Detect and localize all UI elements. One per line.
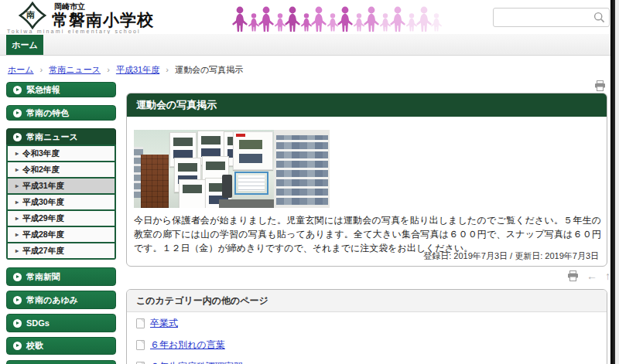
nav-home-tab[interactable]: ホーム xyxy=(6,35,43,55)
school-name-english: Tokiwa minami elementary school xyxy=(7,29,141,34)
category-link-cooking-practice[interactable]: ６年生家庭科調理実習 xyxy=(150,360,243,364)
circle-arrow-icon xyxy=(13,109,22,117)
category-box-title: このカテゴリー内の他のページ xyxy=(127,290,607,312)
sidebar-item-label: SDGs xyxy=(26,318,50,328)
search-box xyxy=(493,8,610,27)
photo-grid-panel xyxy=(274,130,330,208)
page: 南 岡崎市立 常磐南小学校 Tokiwa minami elementary s… xyxy=(0,0,619,364)
sidebar-item-label: 校歌 xyxy=(26,340,43,352)
group-photo xyxy=(239,154,262,163)
page-document-icon xyxy=(136,362,145,364)
site-header: 南 岡崎市立 常磐南小学校 Tokiwa minami elementary s… xyxy=(0,0,610,34)
triangle-bullet-icon: ▸ xyxy=(15,182,19,189)
year-label: 平成31年度 xyxy=(22,181,64,192)
list-item: 卒業式 xyxy=(127,312,607,334)
photo-blue-notice xyxy=(234,172,268,195)
sidebar-item-sdgs[interactable]: SDGs xyxy=(6,314,116,332)
breadcrumb-separator-icon: › xyxy=(166,65,169,74)
photo-sheet xyxy=(179,179,206,208)
page-document-icon xyxy=(136,318,145,328)
circle-arrow-icon xyxy=(13,342,22,350)
article-body-text: 今日から保護者会が始まりました。児童玄関には運動会の写真を貼り出しましたのでご覧… xyxy=(134,213,601,255)
list-item: ６年お別れの言葉 xyxy=(127,334,607,355)
breadcrumb-current-page: 運動会の写真掲示 xyxy=(175,65,243,74)
price-mark xyxy=(236,134,245,137)
sports-day-photo-wall-image xyxy=(134,130,330,208)
photo-price-poster xyxy=(233,131,273,170)
sidebar-news-year-list: ▸令和3年度 ▸令和2年度 ▸平成31年度 ▸平成30年度 ▸平成29年度 ▸平… xyxy=(6,145,116,260)
sidebar-year-heisei31-active[interactable]: ▸平成31年度 xyxy=(8,179,115,193)
breadcrumb: ホーム › 常南ニュース › 平成31年度 › 運動会の写真掲示 xyxy=(8,64,243,76)
list-item: ６年生家庭科調理実習 xyxy=(127,355,607,364)
triangle-bullet-icon: ▸ xyxy=(15,231,19,238)
sidebar-year-heisei30[interactable]: ▸平成30年度 xyxy=(8,195,115,209)
school-name: 常磐南小学校 xyxy=(52,9,154,31)
search-icon[interactable] xyxy=(593,12,605,23)
triangle-bullet-icon: ▸ xyxy=(15,215,19,222)
circle-arrow-icon xyxy=(13,296,22,304)
year-label: 平成27年度 xyxy=(22,246,64,257)
back-arrow-icon[interactable]: ← xyxy=(587,270,597,281)
sidebar-item-label: 常南新聞 xyxy=(26,271,60,283)
sidebar-year-heisei28[interactable]: ▸平成28年度 xyxy=(8,227,115,242)
photo-door xyxy=(141,155,169,208)
breadcrumb-year[interactable]: 平成31年度 xyxy=(116,65,159,74)
year-label: 平成28年度 xyxy=(22,230,64,240)
article-title-bar: 運動会の写真掲示 xyxy=(127,94,607,117)
photo-thumbnails-grid xyxy=(276,135,328,205)
sidebar-item-school-song[interactable]: 校歌 xyxy=(6,337,116,355)
page-top-arrow-icon[interactable]: ↑ xyxy=(605,270,610,281)
sidebar-item-label: 常南の特色 xyxy=(26,107,69,119)
sidebar-item-partial[interactable] xyxy=(6,360,116,364)
year-label: 平成29年度 xyxy=(22,213,64,224)
sidebar-item-label: 常南のあゆみ xyxy=(26,294,78,306)
sidebar-item-history[interactable]: 常南のあゆみ xyxy=(6,291,116,309)
sidebar-year-reiwa2[interactable]: ▸令和2年度 xyxy=(8,162,115,177)
category-link-farewell-words[interactable]: ６年お別れの言葉 xyxy=(150,338,225,352)
year-label: 平成30年度 xyxy=(22,197,64,208)
breadcrumb-news[interactable]: 常南ニュース xyxy=(49,65,101,74)
search-input[interactable] xyxy=(497,10,591,25)
circle-arrow-icon xyxy=(13,319,22,328)
year-label: 令和2年度 xyxy=(22,165,60,175)
category-link-graduation[interactable]: 卒業式 xyxy=(150,317,178,330)
circle-arrow-icon xyxy=(13,133,22,141)
triangle-bullet-icon: ▸ xyxy=(15,150,19,157)
logo-character: 南 xyxy=(26,9,35,21)
sidebar-item-features[interactable]: 常南の特色 xyxy=(6,105,116,121)
article-action-icons: ← ↑ xyxy=(567,270,610,281)
breadcrumb-separator-icon: › xyxy=(107,65,110,74)
group-photo xyxy=(239,140,262,149)
scrollbar-track[interactable] xyxy=(615,0,619,364)
sidebar-year-reiwa3[interactable]: ▸令和3年度 xyxy=(8,146,115,161)
page-document-icon xyxy=(136,340,145,350)
triangle-bullet-icon: ▸ xyxy=(15,199,19,206)
breadcrumb-separator-icon: › xyxy=(40,65,43,74)
circle-arrow-icon xyxy=(13,86,22,94)
article-dates: 登録日: 2019年7月3日 / 更新日: 2019年7月3日 xyxy=(423,250,599,262)
triangle-bullet-icon: ▸ xyxy=(15,166,19,173)
sidebar-item-emergency[interactable]: 緊急情報 xyxy=(6,82,116,97)
sidebar-item-newspaper[interactable]: 常南新聞 xyxy=(6,267,116,286)
breadcrumb-home[interactable]: ホーム xyxy=(8,65,34,74)
photo-dark-object xyxy=(222,175,232,198)
category-pages-box: このカテゴリー内の他のページ 卒業式 ６年お別れの言葉 ６年生家庭科調理実習 xyxy=(126,289,607,364)
photo-floor xyxy=(219,199,277,208)
print-icon[interactable] xyxy=(567,270,579,281)
sidebar-item-news[interactable]: 常南ニュース xyxy=(6,128,116,145)
global-nav-bar xyxy=(0,34,610,56)
sidebar-year-heisei27[interactable]: ▸平成27年度 xyxy=(8,243,115,258)
circle-arrow-icon xyxy=(13,273,22,281)
sidebar-item-label: 緊急情報 xyxy=(26,84,60,96)
print-icon[interactable] xyxy=(594,80,606,91)
sidebar-item-label: 常南ニュース xyxy=(26,131,78,143)
article-card: 運動会の写真掲示 今日から保護者会が始まりました。児童玄関には運動会の写 xyxy=(126,93,607,267)
triangle-bullet-icon: ▸ xyxy=(15,247,19,254)
year-label: 令和3年度 xyxy=(22,148,60,159)
sidebar-year-heisei29[interactable]: ▸平成29年度 xyxy=(8,211,115,226)
people-holding-hands-illustration xyxy=(231,2,446,33)
